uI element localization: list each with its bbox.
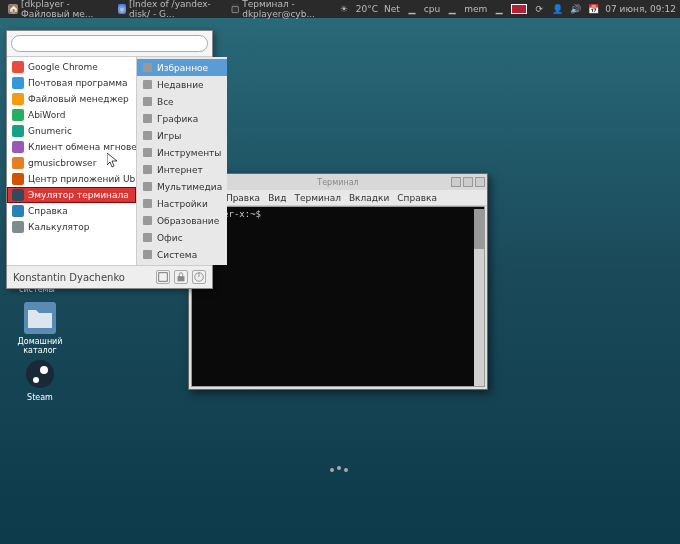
app-label: Эмулятор терминала: [28, 190, 129, 200]
menu-app-item[interactable]: Калькулятор: [7, 219, 136, 235]
app-icon: [12, 205, 24, 217]
mem-label: mem: [464, 4, 487, 14]
home-icon: 🏠: [8, 4, 18, 14]
close-button[interactable]: [475, 177, 485, 187]
menu-category-item[interactable]: Настройки: [137, 195, 227, 212]
weather-icon[interactable]: ☀: [338, 3, 350, 15]
app-label: Файловый менеджер: [28, 94, 129, 104]
svg-rect-9: [143, 165, 152, 174]
category-label: Образование: [157, 216, 219, 226]
svg-rect-7: [143, 131, 152, 140]
category-label: Инструменты: [157, 148, 221, 158]
net-label: Net: [384, 4, 400, 14]
menu-app-item[interactable]: AbiWord: [7, 107, 136, 123]
menu-edit[interactable]: Правка: [226, 193, 260, 203]
menu-category-item[interactable]: Образование: [137, 212, 227, 229]
category-label: Все: [157, 97, 174, 107]
terminal-content[interactable]: r@cyber-x:~$: [191, 206, 485, 387]
menu-category-item[interactable]: Офис: [137, 229, 227, 246]
svg-rect-12: [143, 216, 152, 225]
keyboard-layout-icon[interactable]: [511, 4, 527, 14]
svg-point-2: [33, 377, 39, 383]
clock-text[interactable]: 07 июня, 09:12: [605, 4, 676, 14]
svg-rect-14: [143, 250, 152, 259]
svg-point-1: [40, 366, 48, 374]
sound-icon[interactable]: 🔊: [569, 3, 581, 15]
category-label: Мультимедиа: [157, 182, 222, 192]
app-label: Почтовая программа: [28, 78, 128, 88]
menu-app-item[interactable]: Эмулятор терминала: [7, 187, 136, 203]
window-title: Терминал: [317, 178, 358, 187]
taskbar-item[interactable]: 🏠 [dkplayer - Файловый ме...: [4, 0, 112, 20]
desktop-icon-home[interactable]: Домашний каталог: [10, 302, 70, 355]
maximize-button[interactable]: [463, 177, 473, 187]
category-icon: [142, 113, 153, 124]
svg-rect-15: [159, 273, 168, 282]
menu-category-item[interactable]: Все: [137, 93, 227, 110]
chrome-icon: ◉: [118, 4, 126, 14]
menu-app-item[interactable]: Gnumeric: [7, 123, 136, 139]
category-icon: [142, 181, 153, 192]
net-graph-icon[interactable]: ▁: [406, 3, 418, 15]
category-label: Графика: [157, 114, 198, 124]
app-label: Клиент обмена мгновенными со...: [28, 142, 136, 152]
calendar-icon[interactable]: 📅: [587, 3, 599, 15]
user-icon[interactable]: 👤: [551, 3, 563, 15]
menu-search-area: [7, 31, 212, 57]
category-label: Интернет: [157, 165, 203, 175]
taskbar-item[interactable]: ▢ Терминал - dkplayer@cyb...: [227, 0, 338, 20]
menu-category-item[interactable]: Игры: [137, 127, 227, 144]
lock-button[interactable]: [174, 270, 188, 284]
svg-rect-4: [143, 80, 152, 89]
svg-rect-11: [143, 199, 152, 208]
menu-tabs[interactable]: Вкладки: [349, 193, 389, 203]
taskbar-item[interactable]: ◉ [Index of /yandex-disk/ - G...: [114, 0, 225, 20]
menu-category-item[interactable]: Графика: [137, 110, 227, 127]
menu-app-item[interactable]: Google Chrome: [7, 59, 136, 75]
category-label: Недавние: [157, 80, 204, 90]
app-icon: [12, 221, 24, 233]
cpu-label: cpu: [424, 4, 440, 14]
power-button[interactable]: [192, 270, 206, 284]
menu-category-item[interactable]: Интернет: [137, 161, 227, 178]
window-titlebar[interactable]: Терминал: [189, 174, 487, 190]
menu-app-item[interactable]: Центр приложений Ubuntu: [7, 171, 136, 187]
taskbar: 🏠 [dkplayer - Файловый ме... ◉ [Index of…: [4, 0, 338, 20]
menu-category-item[interactable]: Избранное: [137, 59, 227, 76]
menu-app-item[interactable]: Почтовая программа: [7, 75, 136, 91]
menu-app-item[interactable]: Справка: [7, 203, 136, 219]
menu-view[interactable]: Вид: [268, 193, 286, 203]
menu-app-item[interactable]: gmusicbrowser: [7, 155, 136, 171]
menu-app-item[interactable]: Клиент обмена мгновенными со...: [7, 139, 136, 155]
menu-terminal[interactable]: Терминал: [294, 193, 341, 203]
menu-category-item[interactable]: Мультимедиа: [137, 178, 227, 195]
desktop-icon-label: Steam: [10, 393, 70, 402]
mem-graph-icon[interactable]: ▁: [493, 3, 505, 15]
svg-rect-5: [143, 97, 152, 106]
settings-button[interactable]: [156, 270, 170, 284]
minimize-button[interactable]: [451, 177, 461, 187]
menu-category-item[interactable]: Система: [137, 246, 227, 263]
menu-category-item[interactable]: Недавние: [137, 76, 227, 93]
search-input[interactable]: [11, 35, 208, 52]
cpu-graph-icon[interactable]: ▁: [446, 3, 458, 15]
category-icon: [142, 232, 153, 243]
menu-app-item[interactable]: Файловый менеджер: [7, 91, 136, 107]
terminal-window[interactable]: Терминал Файл Правка Вид Терминал Вкладк…: [188, 173, 488, 390]
menu-footer: Konstantin Dyachenko: [7, 265, 212, 288]
scrollbar-thumb[interactable]: [474, 209, 484, 249]
app-label: Gnumeric: [28, 126, 72, 136]
category-label: Настройки: [157, 199, 208, 209]
menu-category-item[interactable]: Инструменты: [137, 144, 227, 161]
svg-point-0: [26, 360, 54, 388]
menu-category-list: ИзбранноеНедавниеВсеГрафикаИгрыИнструмен…: [137, 57, 227, 265]
desktop-icon-steam[interactable]: Steam: [10, 358, 70, 402]
category-label: Избранное: [157, 63, 208, 73]
taskbar-label: [Index of /yandex-disk/ - G...: [129, 0, 221, 19]
terminal-scrollbar[interactable]: [474, 209, 484, 386]
system-tray: ☀ 20°C Net ▁ cpu ▁ mem ▁ ⟳ 👤 🔊 📅 07 июня…: [338, 3, 676, 15]
menu-help[interactable]: Справка: [397, 193, 437, 203]
update-icon[interactable]: ⟳: [533, 3, 545, 15]
app-icon: [12, 93, 24, 105]
svg-rect-6: [143, 114, 152, 123]
